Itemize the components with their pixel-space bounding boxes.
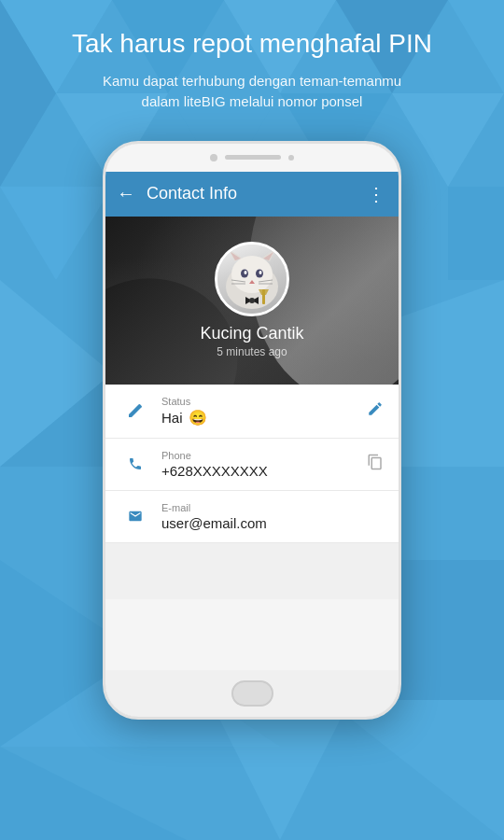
more-menu-button[interactable] xyxy=(367,183,387,205)
bottom-spacer xyxy=(105,543,399,599)
phone-camera xyxy=(210,154,217,161)
contact-info-list: Status Hai 😄 xyxy=(105,385,399,670)
svg-point-43 xyxy=(249,298,255,303)
profile-name: Kucing Cantik xyxy=(200,324,303,343)
top-text-section: Tak harus repot menghafal PIN Kamu dapat… xyxy=(0,0,504,132)
phone-info-item: Phone +628XXXXXXXX xyxy=(105,439,399,491)
phone-value: +628XXXXXXXX xyxy=(161,463,367,479)
avatar-image xyxy=(217,245,287,314)
status-content: Status Hai 😄 xyxy=(161,396,367,427)
main-subtitle: Kamu dapat terhubung dengan teman-temanm… xyxy=(28,71,476,113)
main-title: Tak harus repot menghafal PIN xyxy=(28,28,476,60)
phone-copy-button[interactable] xyxy=(367,454,384,474)
phone-hardware-top xyxy=(105,144,399,172)
phone-speaker xyxy=(225,155,281,160)
svg-point-35 xyxy=(259,271,262,274)
email-content: E-mail user@email.com xyxy=(161,502,384,531)
profile-avatar[interactable] xyxy=(215,242,289,316)
profile-last-seen: 5 minutes ago xyxy=(217,345,287,358)
phone-dot xyxy=(288,155,294,161)
status-edit-button[interactable] xyxy=(367,400,384,421)
back-button[interactable] xyxy=(117,183,135,204)
profile-header: Kucing Cantik 5 minutes ago xyxy=(105,217,399,385)
phone-icon xyxy=(120,456,150,471)
phone-body: Contact Info xyxy=(103,141,401,720)
email-label: E-mail xyxy=(161,502,384,513)
email-info-item: E-mail user@email.com xyxy=(105,491,399,543)
phone-hardware-bottom xyxy=(105,670,399,717)
status-value: Hai 😄 xyxy=(161,409,367,427)
svg-point-27 xyxy=(231,256,273,293)
status-label: Status xyxy=(161,396,367,407)
app-screen: Contact Info xyxy=(105,172,399,670)
status-info-item: Status Hai 😄 xyxy=(105,385,399,439)
app-bar: Contact Info xyxy=(105,172,399,217)
home-button[interactable] xyxy=(231,680,273,707)
email-icon xyxy=(120,509,150,524)
phone-label: Phone xyxy=(161,450,367,461)
email-value: user@email.com xyxy=(161,515,384,531)
pencil-icon xyxy=(120,403,150,418)
status-text: Hai xyxy=(161,410,183,426)
phone-mockup: Contact Info xyxy=(0,141,504,720)
app-bar-title: Contact Info xyxy=(147,184,367,203)
svg-point-34 xyxy=(245,271,247,274)
phone-content: Phone +628XXXXXXXX xyxy=(161,450,367,479)
status-emoji: 😄 xyxy=(189,409,207,427)
